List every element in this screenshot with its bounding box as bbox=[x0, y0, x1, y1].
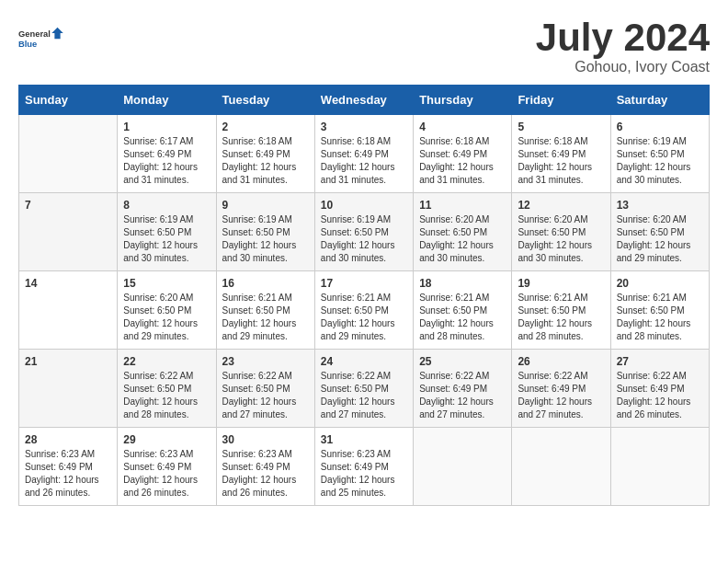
day-number: 17 bbox=[321, 277, 407, 290]
calendar-day-header: Friday bbox=[512, 86, 610, 115]
calendar-day-cell: 11Sunrise: 6:20 AMSunset: 6:50 PMDayligh… bbox=[414, 193, 512, 271]
svg-marker-1 bbox=[51, 28, 63, 40]
day-number: 20 bbox=[617, 277, 703, 290]
day-info: Sunrise: 6:23 AMSunset: 6:49 PMDaylight:… bbox=[123, 448, 210, 500]
day-number: 3 bbox=[321, 121, 407, 133]
day-info: Sunrise: 6:23 AMSunset: 6:49 PMDaylight:… bbox=[222, 448, 309, 500]
day-number: 8 bbox=[123, 199, 210, 212]
day-info: Sunrise: 6:21 AMSunset: 6:50 PMDaylight:… bbox=[518, 292, 604, 343]
day-info: Sunrise: 6:22 AMSunset: 6:49 PMDaylight:… bbox=[518, 370, 604, 421]
day-number: 14 bbox=[25, 277, 111, 290]
day-number: 13 bbox=[617, 199, 703, 212]
calendar-day-cell: 24Sunrise: 6:22 AMSunset: 6:50 PMDayligh… bbox=[314, 350, 413, 428]
calendar-day-cell: 5Sunrise: 6:18 AMSunset: 6:49 PMDaylight… bbox=[512, 115, 610, 193]
calendar-day-cell: 22Sunrise: 6:22 AMSunset: 6:50 PMDayligh… bbox=[118, 350, 216, 428]
day-info: Sunrise: 6:21 AMSunset: 6:50 PMDaylight:… bbox=[321, 292, 407, 343]
day-number: 9 bbox=[222, 199, 309, 212]
day-info: Sunrise: 6:18 AMSunset: 6:49 PMDaylight:… bbox=[419, 135, 506, 187]
day-number: 4 bbox=[419, 121, 506, 133]
calendar-week-row: 28Sunrise: 6:23 AMSunset: 6:49 PMDayligh… bbox=[19, 428, 710, 506]
calendar-day-cell bbox=[19, 115, 118, 193]
day-number: 15 bbox=[123, 277, 210, 290]
calendar-day-cell: 19Sunrise: 6:21 AMSunset: 6:50 PMDayligh… bbox=[512, 271, 610, 350]
day-number: 18 bbox=[419, 277, 506, 290]
calendar-day-cell: 15Sunrise: 6:20 AMSunset: 6:50 PMDayligh… bbox=[118, 271, 216, 350]
calendar-day-cell: 21 bbox=[19, 350, 118, 428]
calendar-day-cell bbox=[610, 428, 709, 506]
calendar-day-cell: 9Sunrise: 6:19 AMSunset: 6:50 PMDaylight… bbox=[216, 193, 314, 271]
month-title: July 2024 bbox=[536, 18, 710, 57]
day-number: 1 bbox=[123, 121, 210, 133]
day-number: 2 bbox=[222, 121, 309, 133]
day-info: Sunrise: 6:18 AMSunset: 6:49 PMDaylight:… bbox=[321, 135, 407, 187]
day-info: Sunrise: 6:22 AMSunset: 6:49 PMDaylight:… bbox=[617, 370, 703, 421]
calendar-day-cell: 8Sunrise: 6:19 AMSunset: 6:50 PMDaylight… bbox=[118, 193, 216, 271]
calendar-table: SundayMondayTuesdayWednesdayThursdayFrid… bbox=[18, 85, 710, 506]
day-info: Sunrise: 6:21 AMSunset: 6:50 PMDaylight:… bbox=[222, 292, 309, 343]
calendar-day-header: Saturday bbox=[610, 86, 709, 115]
day-info: Sunrise: 6:23 AMSunset: 6:49 PMDaylight:… bbox=[321, 448, 407, 500]
calendar-day-cell: 17Sunrise: 6:21 AMSunset: 6:50 PMDayligh… bbox=[314, 271, 413, 350]
svg-text:General: General bbox=[18, 29, 51, 39]
calendar-day-cell: 3Sunrise: 6:18 AMSunset: 6:49 PMDaylight… bbox=[314, 115, 413, 193]
calendar-day-cell: 30Sunrise: 6:23 AMSunset: 6:49 PMDayligh… bbox=[216, 428, 314, 506]
calendar-day-cell: 2Sunrise: 6:18 AMSunset: 6:49 PMDaylight… bbox=[216, 115, 314, 193]
day-number: 7 bbox=[25, 199, 111, 212]
calendar-day-header: Sunday bbox=[19, 86, 118, 115]
header: General Blue July 2024 Gohouo, Ivory Coa… bbox=[18, 18, 710, 75]
day-number: 22 bbox=[123, 355, 210, 368]
day-number: 29 bbox=[123, 433, 210, 446]
calendar-day-cell: 25Sunrise: 6:22 AMSunset: 6:49 PMDayligh… bbox=[414, 350, 512, 428]
day-info: Sunrise: 6:22 AMSunset: 6:49 PMDaylight:… bbox=[419, 370, 506, 421]
calendar-day-cell: 29Sunrise: 6:23 AMSunset: 6:49 PMDayligh… bbox=[118, 428, 216, 506]
location-title: Gohouo, Ivory Coast bbox=[536, 59, 710, 75]
calendar-day-header: Monday bbox=[118, 86, 216, 115]
day-info: Sunrise: 6:19 AMSunset: 6:50 PMDaylight:… bbox=[222, 213, 309, 265]
day-number: 21 bbox=[25, 355, 111, 368]
calendar-week-row: 2122Sunrise: 6:22 AMSunset: 6:50 PMDayli… bbox=[19, 350, 710, 428]
day-info: Sunrise: 6:20 AMSunset: 6:50 PMDaylight:… bbox=[419, 213, 506, 265]
calendar-day-cell: 12Sunrise: 6:20 AMSunset: 6:50 PMDayligh… bbox=[512, 193, 610, 271]
calendar-header-row: SundayMondayTuesdayWednesdayThursdayFrid… bbox=[19, 86, 710, 115]
title-area: July 2024 Gohouo, Ivory Coast bbox=[536, 18, 710, 75]
day-number: 28 bbox=[25, 433, 111, 446]
calendar-day-header: Wednesday bbox=[314, 86, 413, 115]
day-info: Sunrise: 6:21 AMSunset: 6:50 PMDaylight:… bbox=[617, 292, 703, 343]
calendar-day-cell: 13Sunrise: 6:20 AMSunset: 6:50 PMDayligh… bbox=[610, 193, 709, 271]
day-number: 12 bbox=[518, 199, 604, 212]
calendar-week-row: 78Sunrise: 6:19 AMSunset: 6:50 PMDayligh… bbox=[19, 193, 710, 271]
day-number: 5 bbox=[518, 121, 604, 133]
calendar-day-cell: 14 bbox=[19, 271, 118, 350]
day-number: 10 bbox=[321, 199, 407, 212]
calendar-day-cell: 26Sunrise: 6:22 AMSunset: 6:49 PMDayligh… bbox=[512, 350, 610, 428]
calendar-day-cell: 7 bbox=[19, 193, 118, 271]
calendar-day-cell: 4Sunrise: 6:18 AMSunset: 6:49 PMDaylight… bbox=[414, 115, 512, 193]
calendar-day-cell: 20Sunrise: 6:21 AMSunset: 6:50 PMDayligh… bbox=[610, 271, 709, 350]
calendar-day-cell: 23Sunrise: 6:22 AMSunset: 6:50 PMDayligh… bbox=[216, 350, 314, 428]
day-info: Sunrise: 6:22 AMSunset: 6:50 PMDaylight:… bbox=[222, 370, 309, 421]
day-number: 6 bbox=[617, 121, 703, 133]
calendar-day-header: Thursday bbox=[414, 86, 512, 115]
day-number: 25 bbox=[419, 355, 506, 368]
day-info: Sunrise: 6:20 AMSunset: 6:50 PMDaylight:… bbox=[123, 292, 210, 343]
calendar-day-cell: 10Sunrise: 6:19 AMSunset: 6:50 PMDayligh… bbox=[314, 193, 413, 271]
day-info: Sunrise: 6:22 AMSunset: 6:50 PMDaylight:… bbox=[321, 370, 407, 421]
calendar-week-row: 1Sunrise: 6:17 AMSunset: 6:49 PMDaylight… bbox=[19, 115, 710, 193]
calendar-day-cell: 28Sunrise: 6:23 AMSunset: 6:49 PMDayligh… bbox=[19, 428, 118, 506]
day-info: Sunrise: 6:19 AMSunset: 6:50 PMDaylight:… bbox=[617, 135, 703, 187]
calendar-day-cell: 6Sunrise: 6:19 AMSunset: 6:50 PMDaylight… bbox=[610, 115, 709, 193]
calendar-day-cell: 31Sunrise: 6:23 AMSunset: 6:49 PMDayligh… bbox=[314, 428, 413, 506]
day-number: 19 bbox=[518, 277, 604, 290]
logo-svg: General Blue bbox=[18, 18, 64, 60]
calendar-day-cell: 1Sunrise: 6:17 AMSunset: 6:49 PMDaylight… bbox=[118, 115, 216, 193]
day-info: Sunrise: 6:18 AMSunset: 6:49 PMDaylight:… bbox=[222, 135, 309, 187]
calendar-week-row: 1415Sunrise: 6:20 AMSunset: 6:50 PMDayli… bbox=[19, 271, 710, 350]
day-info: Sunrise: 6:19 AMSunset: 6:50 PMDaylight:… bbox=[123, 213, 210, 265]
calendar-day-header: Tuesday bbox=[216, 86, 314, 115]
calendar-day-cell bbox=[512, 428, 610, 506]
day-info: Sunrise: 6:22 AMSunset: 6:50 PMDaylight:… bbox=[123, 370, 210, 421]
calendar-day-cell: 27Sunrise: 6:22 AMSunset: 6:49 PMDayligh… bbox=[610, 350, 709, 428]
day-info: Sunrise: 6:17 AMSunset: 6:49 PMDaylight:… bbox=[123, 135, 210, 187]
day-info: Sunrise: 6:21 AMSunset: 6:50 PMDaylight:… bbox=[419, 292, 506, 343]
day-number: 30 bbox=[222, 433, 309, 446]
